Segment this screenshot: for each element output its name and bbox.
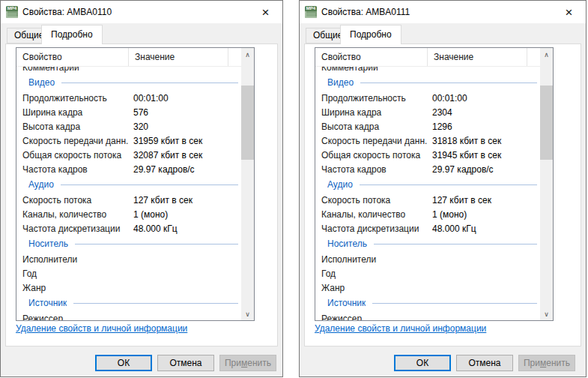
property-value: 48.000 кГц (428, 224, 476, 234)
list-header: Свойство Значение (315, 48, 553, 67)
property-row[interactable]: Продолжительность00:01:00 (16, 91, 241, 105)
property-name: Год (315, 268, 428, 279)
property-row[interactable]: Год (315, 266, 540, 280)
property-value: 48.000 кГц (129, 224, 178, 234)
property-row[interactable]: Общая скорость потока31945 кбит в сек (315, 148, 540, 162)
properties-dialog-right: MP4 Свойства: AMBA0111 × Общие Подробно … (299, 0, 587, 377)
titlebar[interactable]: MP4 Свойства: AMBA0110 × (1, 1, 282, 23)
property-row[interactable]: Частота кадров29.97 кадров/с (16, 162, 241, 176)
ok-button[interactable]: ОК (95, 355, 152, 371)
property-name: Частота кадров (16, 164, 129, 175)
mp4-icon-badge: MP4 (305, 6, 317, 11)
property-row[interactable]: Скорость передачи данн...31818 кбит в се… (315, 134, 540, 148)
apply-label-pre: При (524, 358, 540, 368)
property-name: Общая скорость потока (315, 150, 428, 160)
property-row[interactable]: Комментарии (315, 67, 540, 74)
property-value: 127 кбит в сек (428, 195, 491, 206)
group-header-row[interactable]: Аудио (315, 176, 540, 193)
apply-label-post: енить (247, 358, 271, 368)
property-name: Общая скорость потока (16, 150, 129, 160)
cancel-button[interactable]: Отмена (157, 355, 214, 371)
close-button[interactable]: × (552, 1, 586, 23)
property-row[interactable]: Ширина кадра576 (16, 105, 241, 119)
scroll-up-icon[interactable]: ∧ (241, 48, 254, 61)
property-row[interactable]: Продолжительность00:01:00 (315, 91, 540, 105)
property-row[interactable]: Частота кадров29.97 кадров/с (315, 162, 540, 176)
property-row[interactable]: Комментарии (16, 67, 241, 74)
remove-properties-link[interactable]: Удаление свойств и личной информации (315, 323, 486, 334)
group-rule (61, 184, 238, 185)
group-label: Видео (315, 77, 354, 88)
scrollbar-thumb[interactable] (241, 86, 254, 160)
property-row[interactable]: Общая скорость потока32087 кбит в сек (16, 148, 241, 162)
property-row[interactable]: Жанр (16, 280, 241, 295)
close-button[interactable]: × (249, 1, 282, 23)
column-header-property[interactable]: Свойство (16, 48, 129, 66)
property-row[interactable]: Скорость потока127 кбит в сек (16, 193, 241, 207)
scroll-down-icon[interactable]: ∨ (241, 308, 254, 320)
film-strip-icon-body (305, 11, 317, 18)
details-tab-page: Свойство Значение КомментарииВидеоПродол… (5, 44, 278, 346)
property-value: 29.97 кадров/с (428, 164, 494, 175)
property-name: Продолжительность (315, 93, 428, 104)
group-header-row[interactable]: Видео (315, 74, 540, 91)
group-rule (75, 244, 238, 244)
property-row[interactable]: Год (16, 266, 241, 280)
group-header-row[interactable]: Видео (16, 74, 241, 91)
scrollbar-thumb[interactable] (540, 86, 553, 160)
group-header-row[interactable]: Аудио (16, 176, 241, 193)
property-value: 31945 кбит в сек (428, 150, 501, 160)
group-header-row[interactable]: Носитель (315, 236, 540, 252)
group-label: Видео (16, 77, 55, 88)
window-title: Свойства: AMBA0111 (321, 7, 410, 17)
property-name: Год (16, 268, 129, 279)
property-row[interactable]: Частота дискретизации48.000 кГц (315, 221, 540, 236)
property-name: Высота кадра (315, 122, 428, 132)
property-row[interactable]: Каналы, количество1 (моно) (16, 207, 241, 221)
group-header-row[interactable]: Источник (315, 295, 540, 311)
property-row[interactable]: Частота дискретизации48.000 кГц (16, 221, 241, 236)
apply-button[interactable]: Применить (518, 355, 575, 371)
property-row[interactable]: Режиссер (315, 311, 540, 320)
property-name: Исполнители (16, 254, 129, 265)
property-row[interactable]: Жанр (315, 280, 540, 295)
property-row[interactable]: Скорость потока127 кбит в сек (315, 193, 540, 207)
close-icon: × (566, 6, 573, 19)
property-name: Каналы, количество (315, 209, 428, 220)
property-rows: КомментарииВидеоПродолжительность00:01:0… (315, 67, 540, 320)
column-header-value[interactable]: Значение (129, 48, 228, 66)
scroll-up-icon[interactable]: ∧ (540, 48, 553, 61)
film-strip-icon-body (6, 11, 18, 18)
details-tab-page: Свойство Значение КомментарииВидеоПродол… (304, 44, 581, 346)
vertical-scrollbar[interactable]: ∧ ∨ (540, 48, 553, 320)
property-name: Частота дискретизации (16, 224, 129, 234)
property-value: 29.97 кадров/с (129, 164, 195, 175)
column-header-property[interactable]: Свойство (315, 48, 428, 66)
apply-button[interactable]: Применить (219, 355, 276, 371)
property-row[interactable]: Исполнители (16, 252, 241, 266)
column-header-value[interactable]: Значение (428, 48, 527, 66)
property-row[interactable]: Скорость передачи данн...31959 кбит в се… (16, 134, 241, 148)
tab-details[interactable]: Подробно (41, 25, 103, 44)
property-row[interactable]: Высота кадра1296 (315, 119, 540, 134)
apply-label-mnemonic: м (540, 358, 546, 368)
property-value: 2304 (428, 107, 452, 118)
remove-properties-link[interactable]: Удаление свойств и личной информации (16, 323, 187, 334)
cancel-button[interactable]: Отмена (456, 355, 513, 371)
property-row[interactable]: Исполнители (315, 252, 540, 266)
scroll-down-icon[interactable]: ∨ (540, 308, 553, 320)
tab-details[interactable]: Подробно (340, 25, 401, 44)
property-name: Комментарии (16, 67, 129, 73)
group-header-row[interactable]: Носитель (16, 236, 241, 252)
ok-button[interactable]: ОК (394, 355, 451, 371)
group-rule (374, 244, 537, 244)
property-row[interactable]: Каналы, количество1 (моно) (315, 207, 540, 221)
property-row[interactable]: Высота кадра320 (16, 119, 241, 134)
property-row[interactable]: Режиссер (16, 311, 241, 320)
group-label: Источник (315, 298, 366, 308)
property-row[interactable]: Ширина кадра2304 (315, 105, 540, 119)
vertical-scrollbar[interactable]: ∧ ∨ (241, 48, 254, 320)
titlebar[interactable]: MP4 Свойства: AMBA0111 × (300, 1, 586, 23)
properties-list: Свойство Значение КомментарииВидеоПродол… (315, 47, 554, 321)
group-header-row[interactable]: Источник (16, 295, 241, 311)
